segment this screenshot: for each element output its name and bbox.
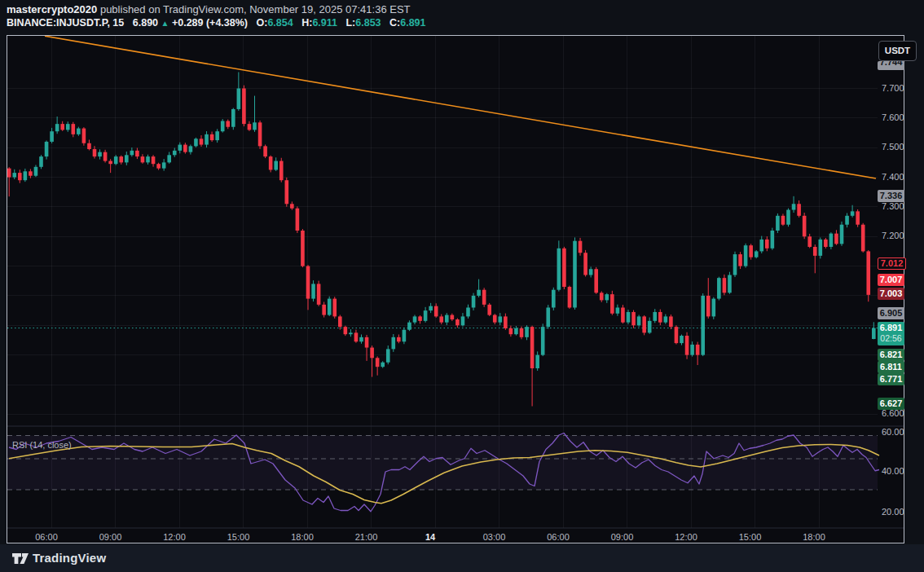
footer-bar: TradingView (0, 544, 924, 572)
up-arrow-icon: ▲ (161, 19, 169, 28)
published-text: published on TradingView.com, November 1… (97, 3, 410, 15)
tradingview-logo-icon (11, 551, 29, 566)
close-label: C: (389, 17, 400, 29)
low-label: L: (345, 17, 355, 29)
rsi-indicator-label[interactable]: RSI (14, close) (12, 440, 72, 450)
last-price: 6.890 (133, 17, 158, 29)
chart-frame (7, 35, 904, 543)
price-change: +0.289 (+4.38%) (172, 17, 248, 29)
open-value: 6.854 (267, 17, 293, 29)
tradingview-brand: TradingView (33, 551, 106, 565)
high-label: H: (301, 17, 312, 29)
tradingview-snapshot: mastercrypto2020 published on TradingVie… (0, 0, 924, 572)
symbol-status-row: BINANCE:INJUSDT.P, 15 6.890 ▲ +0.289 (+4… (7, 17, 426, 29)
currency-toggle-button[interactable]: USDT (878, 41, 917, 61)
close-value: 6.891 (400, 17, 425, 29)
high-value: 6.911 (312, 17, 337, 29)
username: mastercrypto2020 (7, 3, 97, 15)
open-label: O: (257, 17, 268, 29)
low-value: 6.853 (355, 17, 381, 29)
symbol-name: BINANCE:INJUSDT.P, 15 (7, 17, 124, 29)
publish-info: mastercrypto2020 published on TradingVie… (7, 3, 411, 15)
chart-canvas[interactable] (7, 36, 904, 543)
